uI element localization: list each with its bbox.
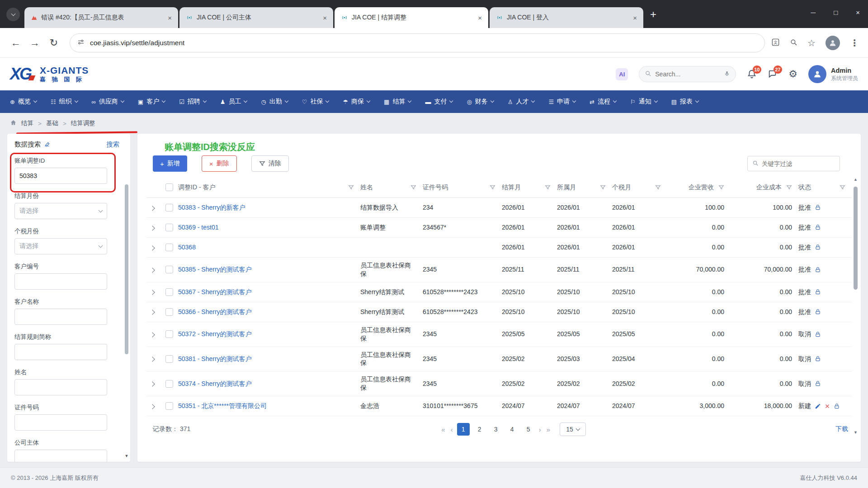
tab-close-icon[interactable]: × xyxy=(166,14,174,22)
browser-profile-avatar[interactable] xyxy=(826,36,840,50)
lock-icon[interactable] xyxy=(815,244,821,250)
scrollbar-thumb[interactable] xyxy=(125,184,128,354)
filter-icon[interactable] xyxy=(545,184,551,190)
lock-icon[interactable] xyxy=(834,403,840,409)
page-button-3[interactable]: 3 xyxy=(490,423,502,436)
nav-item-出勤[interactable]: ◷出勤 xyxy=(261,98,288,106)
scrollbar-track[interactable] xyxy=(853,183,859,429)
new-tab-button[interactable]: + xyxy=(650,10,656,19)
next-page-icon[interactable]: › xyxy=(538,426,542,433)
expand-row-icon[interactable] xyxy=(150,225,155,230)
page-button-2[interactable]: 2 xyxy=(473,423,486,436)
translate-icon[interactable]: 文 xyxy=(771,38,780,48)
row-checkbox[interactable] xyxy=(165,288,173,296)
row-checkbox[interactable] xyxy=(165,330,173,338)
page-size-select[interactable]: 15 xyxy=(560,422,586,436)
scroll-down-icon[interactable]: ▼ xyxy=(124,454,129,458)
nav-item-流程[interactable]: ⇄流程 xyxy=(590,98,616,106)
lock-icon[interactable] xyxy=(815,309,821,315)
field-input[interactable] xyxy=(14,379,107,395)
messages-button[interactable]: 27 xyxy=(768,69,778,79)
breadcrumb-item[interactable]: 结算调整 xyxy=(71,119,95,127)
row-checkbox[interactable] xyxy=(165,266,173,273)
adjustment-id-customer-link[interactable]: 50385 - Sherry的测试客户 xyxy=(178,262,360,277)
scroll-up-icon[interactable]: ▲ xyxy=(854,177,858,182)
tab-search-button[interactable] xyxy=(6,8,20,21)
field-select[interactable]: 请选择 xyxy=(14,203,107,219)
lock-icon[interactable] xyxy=(815,356,821,362)
adjustment-id-customer-link[interactable]: 50374 - Sherry的测试客户 xyxy=(178,376,360,392)
row-checkbox[interactable] xyxy=(165,380,173,388)
filter-icon[interactable] xyxy=(600,184,606,190)
nav-item-组织[interactable]: ☷组织 xyxy=(51,98,78,106)
mic-icon[interactable] xyxy=(724,70,730,78)
adjustment-id-customer-link[interactable]: 50366 - Sherry的测试客户 xyxy=(178,304,360,320)
table-row[interactable]: 50383 - Sherry的新客户结算数据导入2342026/012026/0… xyxy=(146,198,852,218)
table-row[interactable]: 50351 - 北京******管理有限公司金志浩310101********3… xyxy=(146,396,852,416)
nav-item-社保[interactable]: ♡社保 xyxy=(302,98,329,106)
browser-menu-icon[interactable]: ⋮ xyxy=(850,38,859,48)
site-settings-icon[interactable] xyxy=(77,38,85,47)
expand-row-icon[interactable] xyxy=(150,290,155,295)
address-bar[interactable]: coe.jiasis.vip/settle/adjustment xyxy=(70,33,765,52)
row-checkbox[interactable] xyxy=(165,204,173,211)
page-button-1[interactable]: 1 xyxy=(457,423,470,436)
adjustment-id-customer-link[interactable]: 50372 - Sherry的测试客户 xyxy=(178,326,360,342)
download-link[interactable]: 下载 xyxy=(835,425,848,433)
add-button[interactable]: +新增 xyxy=(153,155,187,172)
delete-icon[interactable] xyxy=(825,404,830,409)
table-row[interactable]: 50366 - Sherry的测试客户Sherry结算测试610528*****… xyxy=(146,302,852,322)
table-row[interactable]: 50372 - Sherry的测试客户员工信息表社保商保23452025/052… xyxy=(146,322,852,347)
table-row[interactable]: 50369 - test01账单调整234567*2026/012026/012… xyxy=(146,218,852,238)
search-icon[interactable] xyxy=(790,38,797,47)
eraser-icon[interactable] xyxy=(44,141,50,148)
row-checkbox[interactable] xyxy=(165,308,173,316)
page-button-5[interactable]: 5 xyxy=(522,423,535,436)
first-page-icon[interactable]: « xyxy=(440,426,446,433)
table-row[interactable]: 50367 - Sherry的测试客户Sherry结算测试610528*****… xyxy=(146,282,852,302)
sidebar-scrollbar[interactable]: ▼ xyxy=(124,155,129,458)
row-checkbox[interactable] xyxy=(165,402,173,410)
browser-tab[interactable]: JIA COE | 登入× xyxy=(490,7,643,28)
nav-item-供应商[interactable]: ∞供应商 xyxy=(92,98,124,106)
lock-icon[interactable] xyxy=(815,289,821,295)
nav-item-结算[interactable]: ▦结算 xyxy=(384,98,411,106)
lock-icon[interactable] xyxy=(815,204,821,211)
filter-icon[interactable] xyxy=(840,184,845,190)
expand-row-icon[interactable] xyxy=(150,382,155,387)
field-select[interactable]: 请选择 xyxy=(14,238,107,254)
row-checkbox[interactable] xyxy=(165,244,173,251)
field-input[interactable] xyxy=(14,309,107,325)
nav-item-财务[interactable]: ◎财务 xyxy=(467,98,493,106)
global-search-input[interactable] xyxy=(655,70,720,78)
forward-icon[interactable]: → xyxy=(25,33,44,52)
minimize-icon[interactable]: ─ xyxy=(811,9,816,16)
filter-icon[interactable] xyxy=(718,184,724,190)
lock-icon[interactable] xyxy=(815,224,821,230)
filter-icon[interactable] xyxy=(348,184,354,190)
scroll-down-icon[interactable]: ▼ xyxy=(854,430,858,435)
breadcrumb-item[interactable]: 结算 xyxy=(21,119,33,127)
back-icon[interactable]: ← xyxy=(6,33,25,52)
table-scrollbar[interactable]: ▲ ▼ xyxy=(853,177,859,435)
home-icon[interactable] xyxy=(10,119,17,127)
scrollbar-thumb[interactable] xyxy=(854,187,858,290)
notifications-button[interactable]: 10 xyxy=(747,69,757,79)
row-checkbox[interactable] xyxy=(165,355,173,363)
breadcrumb-item[interactable]: 基础 xyxy=(46,119,58,127)
adjustment-id-customer-link[interactable]: 50369 - test01 xyxy=(178,220,360,235)
adjustment-id-customer-link[interactable]: 50381 - Sherry的测试客户 xyxy=(178,351,360,367)
table-row[interactable]: 50374 - Sherry的测试客户员工信息表社保商保23452025/022… xyxy=(146,371,852,396)
expand-row-icon[interactable] xyxy=(150,357,155,362)
expand-row-icon[interactable] xyxy=(150,267,155,272)
field-input[interactable] xyxy=(14,344,107,360)
field-input[interactable] xyxy=(14,414,107,431)
field-input[interactable] xyxy=(14,450,107,462)
lock-icon[interactable] xyxy=(815,267,821,273)
table-row[interactable]: 50385 - Sherry的测试客户员工信息表社保商保23452025/112… xyxy=(146,258,852,282)
clear-filter-button[interactable]: 清除 xyxy=(251,155,289,172)
delete-button[interactable]: ×删除 xyxy=(202,155,237,172)
gear-icon[interactable]: ⚙ xyxy=(788,68,797,80)
expand-row-icon[interactable] xyxy=(150,332,155,337)
close-icon[interactable]: × xyxy=(856,9,860,16)
